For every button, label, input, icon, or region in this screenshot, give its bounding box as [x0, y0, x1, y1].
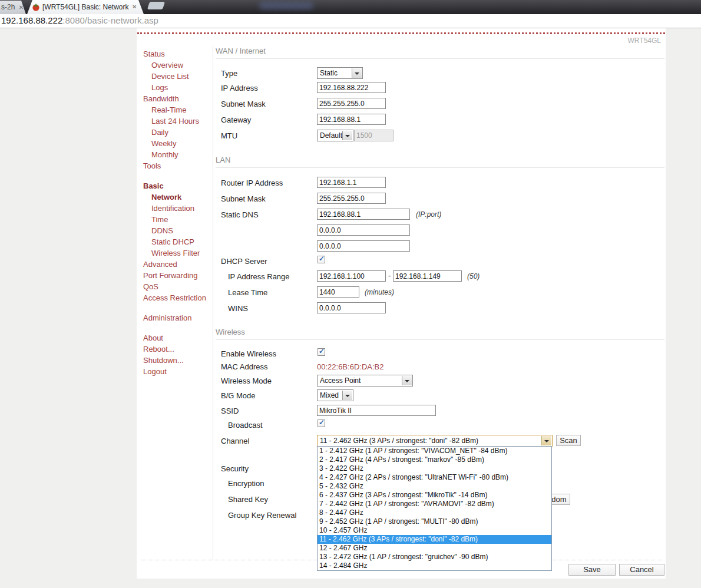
lan-range-to-input[interactable]: [393, 270, 462, 282]
lan-mask-input[interactable]: [317, 193, 386, 204]
sidebar-item-ddns[interactable]: DDNS: [137, 225, 212, 236]
sidebar-item-shutdown[interactable]: Shutdown...: [137, 355, 212, 366]
sidebar-item-daily[interactable]: Daily: [137, 127, 212, 138]
sidebar-item-qos[interactable]: QoS: [137, 281, 212, 292]
check-icon: ✓: [319, 255, 325, 263]
sidebar-item-advanced[interactable]: Advanced: [137, 259, 212, 270]
lan-wins-label: WINS: [228, 304, 248, 313]
sidebar-item-administration[interactable]: Administration: [137, 312, 212, 323]
sidebar-item-basic[interactable]: Basic: [137, 180, 212, 191]
wan-section-title: WAN / Internet: [216, 47, 664, 59]
sidebar-item-static-dhcp[interactable]: Static DHCP: [137, 236, 212, 247]
wan-mask-input[interactable]: [317, 98, 386, 109]
channel-option[interactable]: 5 - 2.432 GHz: [318, 482, 551, 491]
sidebar-item-bandwidth[interactable]: Bandwidth: [137, 93, 212, 104]
tab-active[interactable]: [WRT54GL] Basic: Network ✕: [27, 0, 144, 14]
save-button[interactable]: Save: [568, 564, 616, 576]
channel-option-selected[interactable]: 11 - 2.462 GHz (3 APs / strongest: "doni…: [318, 535, 551, 544]
channel-option[interactable]: 6 - 2.437 GHz (3 APs / strongest: "Mikro…: [318, 491, 551, 500]
wan-mtu-input: [354, 130, 394, 141]
chevron-down-icon: [402, 376, 412, 385]
sidebar-item-status[interactable]: Status: [137, 48, 212, 60]
channel-option[interactable]: 1 - 2.412 GHz (1 AP / strongest: "VIVACO…: [318, 447, 551, 455]
wireless-mac-value: 00:22:6B:6D:DA:B2: [317, 362, 383, 371]
wan-mtu-label: MTU: [221, 131, 237, 140]
wireless-bg-mode-select[interactable]: Mixed: [317, 389, 353, 401]
chevron-down-icon: [352, 68, 362, 78]
sidebar-item-identification[interactable]: Identification: [137, 203, 212, 214]
router-model-label: WRT54GL: [590, 37, 661, 45]
wan-gateway-label: Gateway: [221, 115, 251, 124]
sidebar-item-overview[interactable]: Overview: [137, 60, 212, 71]
sidebar-item-network[interactable]: Network: [137, 191, 212, 203]
lan-dns3-input[interactable]: [317, 240, 410, 252]
sidebar-item-time[interactable]: Time: [137, 214, 212, 225]
channel-option[interactable]: 12 - 2.467 GHz: [318, 544, 551, 553]
wireless-mode-select[interactable]: Access Point: [317, 375, 413, 387]
encryption-label: Encryption: [228, 479, 264, 488]
sidebar-item-monthly[interactable]: Monthly: [137, 149, 212, 160]
sidebar-item-device-list[interactable]: Device List: [137, 71, 212, 82]
wireless-ssid-input[interactable]: [317, 405, 436, 416]
sidebar-nav: Status Overview Device List Logs Bandwid…: [137, 48, 212, 377]
lan-dns-label: Static DNS: [221, 210, 259, 219]
channel-option[interactable]: 3 - 2.422 GHz: [318, 464, 551, 473]
tomato-favicon-icon: [32, 3, 40, 11]
sidebar-item-port-forwarding[interactable]: Port Forwarding: [137, 270, 212, 281]
lan-dns-note: (IP:port): [416, 210, 441, 219]
channel-option[interactable]: 8 - 2.447 GHz: [318, 508, 551, 517]
wireless-mode-value: Access Point: [318, 375, 412, 386]
check-icon: ✓: [319, 418, 325, 427]
wireless-broadcast-checkbox[interactable]: ✓: [318, 419, 325, 427]
sidebar-item-about[interactable]: About: [137, 332, 212, 343]
sidebar-item-access-restriction[interactable]: Access Restriction: [137, 292, 212, 303]
wan-type-select[interactable]: Static: [317, 67, 363, 79]
sidebar-item-reboot[interactable]: Reboot...: [137, 343, 212, 355]
wireless-enable-label: Enable Wireless: [221, 349, 276, 358]
wan-ip-input[interactable]: [317, 82, 386, 93]
scan-button[interactable]: Scan: [556, 435, 581, 446]
wireless-mac-label: MAC Address: [221, 362, 267, 371]
channel-option[interactable]: 2 - 2.417 GHz (4 APs / strongest: "marko…: [318, 455, 551, 464]
sidebar-item-weekly[interactable]: Weekly: [137, 138, 212, 149]
lan-wins-input[interactable]: [317, 302, 386, 313]
lan-router-ip-input[interactable]: [317, 177, 386, 188]
new-tab-button[interactable]: [147, 2, 165, 9]
lan-range-from-input[interactable]: [317, 270, 386, 282]
sidebar-item-wireless-filter[interactable]: Wireless Filter: [137, 247, 212, 259]
sidebar-item-real-time[interactable]: Real-Time: [137, 104, 212, 115]
channel-option[interactable]: 14 - 2.484 GHz: [318, 561, 551, 570]
cancel-button[interactable]: Cancel: [619, 564, 664, 576]
lan-range-label: IP Address Range: [228, 272, 290, 281]
wan-gateway-input[interactable]: [317, 114, 386, 125]
lan-dns2-input[interactable]: [317, 224, 410, 236]
address-bar[interactable]: 192.168.88.222:8080/basic-network.asp: [0, 14, 701, 28]
sidebar-divider: [213, 45, 213, 560]
lan-lease-input[interactable]: [317, 286, 359, 298]
wireless-mode-label: Wireless Mode: [221, 376, 272, 385]
sidebar-item-logs[interactable]: Logs: [137, 82, 212, 93]
tab-close-icon[interactable]: ✕: [132, 0, 137, 14]
channel-dropdown-list: 1 - 2.412 GHz (1 AP / strongest: "VIVACO…: [317, 446, 552, 571]
channel-option[interactable]: 4 - 2.427 GHz (2 APs / strongest: "Ultra…: [318, 473, 551, 482]
wireless-channel-select[interactable]: 11 - 2.462 GHz (3 APs / strongest: "doni…: [317, 435, 553, 447]
shared-key-label: Shared Key: [228, 495, 268, 504]
sidebar-item-last-24-hours[interactable]: Last 24 Hours: [137, 115, 212, 127]
lan-dhcp-checkbox[interactable]: ✓: [318, 256, 325, 263]
tab-active-title: [WRT54GL] Basic: Network: [42, 0, 130, 14]
lan-mask-label: Subnet Mask: [221, 194, 266, 203]
wireless-enable-checkbox[interactable]: ✓: [318, 348, 325, 356]
wan-mtu-select[interactable]: Default: [317, 130, 353, 141]
sidebar-item-tools[interactable]: Tools: [137, 160, 212, 171]
red-dotted-border: [137, 32, 665, 34]
chevron-down-icon: [541, 436, 551, 445]
sidebar-item-logout[interactable]: Logout: [137, 366, 212, 377]
wan-type-label: Type: [221, 69, 237, 78]
channel-option[interactable]: 7 - 2.442 GHz (1 AP / strongest: "AVRAMO…: [318, 500, 551, 508]
channel-option[interactable]: 10 - 2.457 GHz: [318, 526, 551, 535]
channel-option[interactable]: 13 - 2.472 GHz (1 AP / strongest: "gruic…: [318, 553, 551, 561]
window-title-blur: [259, 2, 313, 9]
screen: s-2h ✕ [WRT54GL] Basic: Network ✕ 192.16…: [0, 0, 701, 588]
channel-option[interactable]: 9 - 2.452 GHz (1 AP / strongest: "MULTI"…: [318, 517, 551, 526]
lan-dns1-input[interactable]: [317, 209, 410, 220]
